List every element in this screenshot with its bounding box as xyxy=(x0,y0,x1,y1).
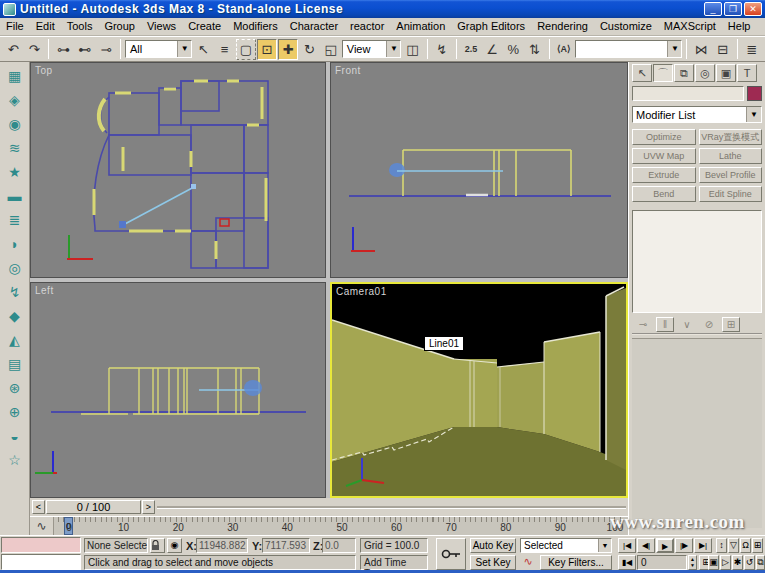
utilities-tab-icon[interactable]: T xyxy=(737,64,757,82)
menu-views[interactable]: Views xyxy=(141,18,182,35)
viewport-left[interactable]: Left xyxy=(30,282,326,498)
spinner-snap-icon[interactable]: ⇅ xyxy=(524,39,544,60)
y-coordinate-field[interactable]: 7117.593 xyxy=(262,538,310,553)
min-max-toggle-icon[interactable]: ⧉ xyxy=(756,555,765,570)
chevron-down-icon[interactable]: ▼ xyxy=(386,41,400,57)
mirror-icon[interactable]: ⋈ xyxy=(691,39,711,60)
field-of-view-icon[interactable]: ▷ xyxy=(720,555,731,570)
named-selection-dropdown[interactable]: ▼ xyxy=(575,40,683,58)
modify-tab-icon[interactable]: ⌒ xyxy=(653,64,673,82)
frame-spinner[interactable]: ▲▼ xyxy=(688,555,697,570)
reactor-spring-icon[interactable]: ≣ xyxy=(3,208,27,232)
reactor-plane-icon[interactable]: ▬ xyxy=(3,184,27,208)
uvw-map-button[interactable]: UVW Map xyxy=(632,148,696,164)
maxscript-listener-macro[interactable] xyxy=(1,537,81,553)
auto-key-button[interactable]: Auto Key xyxy=(470,538,516,553)
previous-frame-arrow[interactable]: < xyxy=(32,500,45,514)
chevron-down-icon[interactable]: ▼ xyxy=(177,41,191,57)
menu-help[interactable]: Help xyxy=(722,18,757,35)
rectangular-selection-region-icon[interactable]: ▢ xyxy=(236,39,256,60)
redo-icon[interactable]: ↷ xyxy=(24,39,44,60)
reactor-fracture-icon[interactable]: ↯ xyxy=(3,280,27,304)
reactor-toy-car-icon[interactable]: ◆ xyxy=(3,304,27,328)
select-and-manipulate-icon[interactable]: ↯ xyxy=(432,39,452,60)
select-and-rotate-icon[interactable]: ↻ xyxy=(299,39,319,60)
key-set-dropdown[interactable]: Selected ▼ xyxy=(520,538,612,553)
maxscript-listener-input[interactable] xyxy=(1,554,81,570)
menu-rendering[interactable]: Rendering xyxy=(531,18,594,35)
play-button[interactable]: ▶ xyxy=(656,538,674,553)
menu-group[interactable]: Group xyxy=(98,18,141,35)
reactor-dashpot-icon[interactable]: ◗ xyxy=(3,232,27,256)
reactor-motor-icon[interactable]: ◎ xyxy=(3,256,27,280)
reactor-water-icon[interactable]: ▤ xyxy=(3,352,27,376)
select-and-scale-icon[interactable]: ◱ xyxy=(321,39,341,60)
hierarchy-tab-icon[interactable]: ⧉ xyxy=(674,64,694,82)
next-frame-arrow[interactable]: > xyxy=(142,500,155,514)
mini-curve-editor-icon[interactable]: ∿ xyxy=(30,517,54,535)
viewport-camera[interactable]: Camera01 Line01 xyxy=(330,282,628,498)
menu-maxscript[interactable]: MAXScript xyxy=(658,18,722,35)
reactor-deform-mesh-icon[interactable]: ★ xyxy=(3,160,27,184)
reactor-preview-icon[interactable]: ⊛ xyxy=(3,376,27,400)
track-bar-ruler[interactable]: 0 0 10 20 30 40 50 60 70 80 90 100 xyxy=(54,517,628,535)
orbit-camera-icon[interactable]: ↺ xyxy=(744,555,755,570)
configure-modifier-sets-icon[interactable]: ⊞ xyxy=(722,317,740,332)
absolute-offset-toggle-icon[interactable]: ◉ xyxy=(167,538,182,553)
key-mode-toggle-icon[interactable]: ▮◀ xyxy=(618,555,636,570)
motion-tab-icon[interactable]: ◎ xyxy=(695,64,715,82)
set-keys-button[interactable] xyxy=(436,538,466,570)
modifier-stack-list[interactable] xyxy=(632,210,762,313)
menu-modifiers[interactable]: Modifiers xyxy=(227,18,284,35)
menu-character[interactable]: Character xyxy=(284,18,344,35)
minimize-button[interactable]: _ xyxy=(704,2,722,16)
percent-snap-icon[interactable]: % xyxy=(503,39,523,60)
extrude-button[interactable]: Extrude xyxy=(632,167,696,183)
z-coordinate-field[interactable]: 0.0 xyxy=(322,538,356,553)
key-filters-button[interactable]: Key Filters... xyxy=(540,555,612,570)
reactor-analyze-icon[interactable]: ◒ xyxy=(3,424,27,448)
go-to-start-button[interactable]: |◀ xyxy=(618,538,636,553)
reactor-rigid-body-icon[interactable]: ▦ xyxy=(3,64,27,88)
create-tab-icon[interactable]: ↖ xyxy=(632,64,652,82)
close-button[interactable]: ✕ xyxy=(744,2,762,16)
reference-coordinate-dropdown[interactable]: View ▼ xyxy=(342,40,402,58)
named-selection-sets-icon[interactable]: ⟨A⟩ xyxy=(554,39,574,60)
time-slider-thumb[interactable]: 0 / 100 xyxy=(46,500,141,514)
remove-modifier-icon[interactable]: ⊘ xyxy=(700,317,718,332)
select-object-icon[interactable]: ↖ xyxy=(193,39,213,60)
chevron-down-icon[interactable]: ▼ xyxy=(598,539,611,552)
modifier-list-dropdown[interactable]: Modifier List ▼ xyxy=(632,106,762,123)
reactor-create-animation-icon[interactable]: ⊕ xyxy=(3,400,27,424)
bind-to-space-warp-icon[interactable]: ⊸ xyxy=(96,39,116,60)
current-frame-field[interactable]: 0 xyxy=(637,555,687,570)
object-name-field[interactable] xyxy=(632,86,744,101)
bend-button[interactable]: Bend xyxy=(632,186,696,202)
menu-graph-editors[interactable]: Graph Editors xyxy=(451,18,531,35)
restore-button[interactable]: ❐ xyxy=(724,2,742,16)
set-key-button[interactable]: Set Key xyxy=(470,555,516,570)
lathe-button[interactable]: Lathe xyxy=(699,148,763,164)
viewport-front[interactable]: Front xyxy=(330,62,628,278)
next-frame-button[interactable]: |▶ xyxy=(675,538,693,553)
reactor-utilities-icon[interactable]: ☆ xyxy=(3,448,27,472)
pan-icon[interactable]: ✱ xyxy=(732,555,743,570)
optimize-button[interactable]: Optimize xyxy=(632,129,696,145)
selection-filter-dropdown[interactable]: All ▼ xyxy=(125,40,192,58)
menu-create[interactable]: Create xyxy=(182,18,227,35)
selected-line[interactable] xyxy=(123,187,194,225)
select-and-link-icon[interactable]: ⊶ xyxy=(53,39,73,60)
menu-reactor[interactable]: reactor xyxy=(344,18,390,35)
undo-icon[interactable]: ↶ xyxy=(3,39,23,60)
snaps-toggle-icon[interactable]: 2.5 xyxy=(461,39,481,60)
menu-animation[interactable]: Animation xyxy=(390,18,451,35)
menu-file[interactable]: File xyxy=(0,18,30,35)
bevel-profile-button[interactable]: Bevel Profile xyxy=(699,167,763,183)
previous-frame-button[interactable]: ◀| xyxy=(637,538,655,553)
pin-stack-icon[interactable]: ⊸ xyxy=(634,317,652,332)
menu-edit[interactable]: Edit xyxy=(30,18,61,35)
object-color-swatch[interactable] xyxy=(747,86,762,101)
reactor-soft-body-icon[interactable]: ◉ xyxy=(3,112,27,136)
select-and-move-icon[interactable]: ✚ xyxy=(278,39,298,60)
go-to-end-button[interactable]: ▶| xyxy=(694,538,712,553)
